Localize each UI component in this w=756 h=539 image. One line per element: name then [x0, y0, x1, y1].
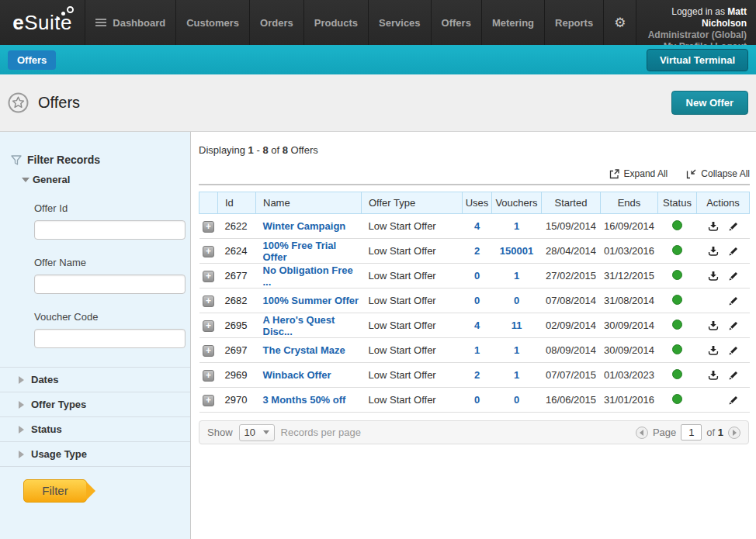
section-offer-types[interactable]: Offer Types [0, 392, 190, 416]
uses-link[interactable]: 4 [474, 320, 480, 331]
edit-offer-button[interactable] [728, 246, 739, 257]
vouchers-link[interactable]: 0 [514, 394, 519, 406]
section-general[interactable]: General [0, 174, 190, 185]
download-vouchers-button[interactable] [708, 271, 719, 282]
vouchers-link[interactable]: 150001 [500, 245, 533, 257]
offer-name-link[interactable]: The Crystal Maze [263, 344, 345, 356]
vouchers-link[interactable]: 1 [514, 344, 519, 356]
download-vouchers-button[interactable] [708, 370, 719, 381]
started-date: 02/09/2014 [542, 313, 601, 338]
vouchers-link[interactable]: 1 [514, 369, 519, 381]
nav-item-dashboard[interactable]: Dashboard [85, 0, 175, 45]
vouchers-link[interactable]: 0 [514, 295, 519, 306]
hamburger-icon [95, 17, 106, 28]
page-title: Offers [38, 94, 80, 112]
vouchers-link[interactable]: 11 [512, 320, 522, 331]
uses-link[interactable]: 0 [474, 394, 480, 406]
status-active-dot [672, 220, 682, 230]
offer-name-link[interactable]: 100% Free Trial Offer [263, 240, 337, 263]
section-usage-type[interactable]: Usage Type [0, 441, 190, 467]
uses-link[interactable]: 0 [474, 270, 480, 282]
section-dates[interactable]: Dates [0, 367, 190, 392]
offer-id-input[interactable] [34, 220, 186, 240]
offer-id-field-group: Offer Id [0, 202, 190, 240]
offer-name-link[interactable]: 100% Summer Offer [263, 295, 359, 306]
uses-link[interactable]: 1 [474, 344, 480, 356]
nav-item-reports[interactable]: Reports [544, 0, 603, 45]
edit-offer-button[interactable] [728, 221, 739, 232]
show-label: Show [207, 427, 233, 438]
nav-item-services[interactable]: Services [368, 0, 431, 45]
edit-offer-button[interactable] [728, 370, 739, 381]
download-vouchers-button[interactable] [708, 320, 719, 331]
expand-row-button[interactable]: + [203, 345, 214, 357]
offers-table-body: + 2622 Winter Campaign Low Start Offer 4… [199, 214, 750, 413]
breadcrumb-offers-chip[interactable]: Offers [8, 50, 56, 70]
edit-offer-button[interactable] [728, 271, 739, 282]
edit-offer-button[interactable] [728, 295, 739, 306]
table-tools: Expand All Collapse All [199, 168, 750, 179]
offer-name-link[interactable]: No Obligation Free ... [263, 264, 353, 288]
expand-row-button[interactable]: + [203, 295, 214, 307]
prev-page-button[interactable] [636, 427, 648, 439]
esuite-logo[interactable]: eSuite [0, 0, 85, 45]
chevron-right-icon [19, 451, 24, 458]
download-vouchers-button[interactable] [708, 221, 719, 232]
filter-sidebar: Filter Records General Offer Id Offer Na… [0, 132, 191, 539]
expand-row-button[interactable]: + [203, 320, 214, 332]
nav-item-settings[interactable]: ⚙ [603, 0, 636, 45]
nav-label: Services [379, 17, 421, 29]
chevron-down-icon [22, 178, 29, 182]
expand-row-button[interactable]: + [203, 221, 214, 233]
nav-item-orders[interactable]: Orders [249, 0, 303, 45]
expand-row-button[interactable]: + [203, 370, 214, 382]
section-status[interactable]: Status [0, 416, 190, 441]
table-row: + 2682 100% Summer Offer Low Start Offer… [199, 289, 750, 313]
uses-link[interactable]: 4 [474, 220, 480, 232]
offer-name-input[interactable] [34, 275, 186, 294]
edit-offer-button[interactable] [728, 395, 739, 406]
expand-row-button[interactable]: + [203, 271, 214, 282]
offer-name-link[interactable]: Winter Campaign [263, 220, 346, 232]
logged-in-as: Logged in as Matt Nicholson [636, 6, 747, 29]
uses-link[interactable]: 2 [474, 369, 480, 381]
col-ends: Ends [601, 192, 658, 214]
nav-label: Dashboard [113, 17, 165, 29]
uses-link[interactable]: 0 [474, 295, 480, 306]
breadcrumb-bar: Offers Virtual Terminal [0, 45, 756, 74]
expand-row-button[interactable]: + [203, 246, 214, 257]
vouchers-link[interactable]: 1 [514, 270, 519, 282]
uses-link[interactable]: 2 [474, 245, 480, 257]
ends-date: 31/01/2016 [601, 388, 658, 413]
edit-offer-button[interactable] [728, 345, 739, 356]
nav-label: Reports [555, 17, 593, 29]
download-vouchers-button[interactable] [708, 345, 719, 356]
status-active-dot [672, 369, 682, 379]
page-number-input[interactable] [681, 424, 702, 441]
offer-name-link[interactable]: 3 Months 50% off [263, 394, 346, 406]
nav-item-customers[interactable]: Customers [175, 0, 249, 45]
voucher-code-field-group: Voucher Code [0, 311, 190, 348]
nav-item-offers[interactable]: Offers [431, 0, 481, 45]
col-offer-type: Offer Type [362, 192, 463, 214]
edit-offer-button[interactable] [728, 320, 739, 331]
virtual-terminal-button[interactable]: Virtual Terminal [647, 49, 748, 71]
content-area: Filter Records General Offer Id Offer Na… [0, 132, 756, 539]
expand-all-button[interactable]: Expand All [609, 168, 668, 179]
offer-type: Low Start Offer [362, 363, 463, 388]
offer-name-link[interactable]: A Hero's Quest Disc... [263, 314, 335, 337]
nav-item-metering[interactable]: Metering [481, 0, 544, 45]
new-offer-button[interactable]: New Offer [671, 91, 748, 115]
vouchers-link[interactable]: 1 [514, 220, 519, 232]
download-vouchers-button[interactable] [708, 246, 719, 257]
filter-button[interactable]: Filter [23, 479, 87, 503]
table-row: + 2695 A Hero's Quest Disc... Low Start … [199, 313, 750, 338]
voucher-code-input[interactable] [34, 329, 186, 348]
expand-row-button[interactable]: + [203, 395, 214, 406]
page-size-select[interactable]: 10 [239, 424, 275, 441]
next-page-button[interactable] [728, 427, 740, 439]
offer-name-link[interactable]: Winback Offer [263, 369, 331, 381]
offer-type: Low Start Offer [362, 338, 463, 363]
nav-item-products[interactable]: Products [303, 0, 368, 45]
collapse-all-button[interactable]: Collapse All [686, 168, 750, 179]
